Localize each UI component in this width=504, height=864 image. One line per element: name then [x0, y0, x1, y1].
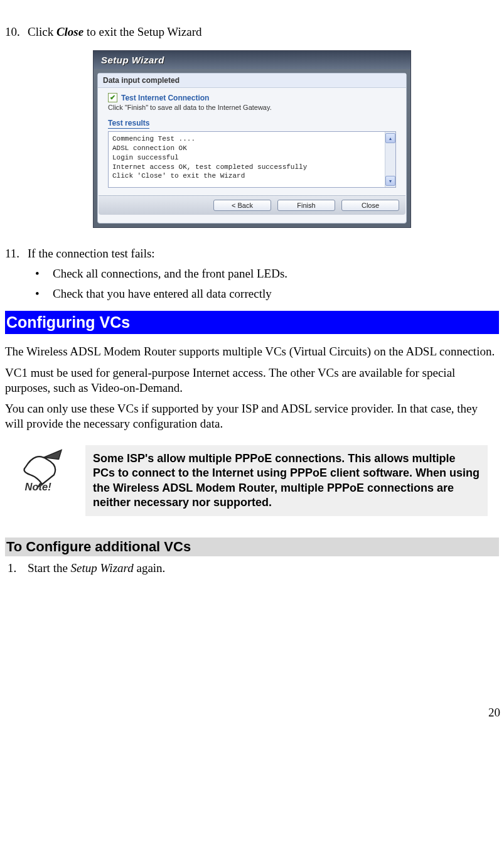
bullet-item: • Check all connections, and the front p… [35, 267, 499, 281]
note-row: Note! Some ISP's allow multiple PPPoE co… [5, 445, 499, 517]
step-number: 11. [5, 247, 28, 261]
step-number: 1. [8, 561, 28, 575]
step-text: If the connection test fails: [28, 247, 155, 261]
close-button[interactable]: Close [341, 200, 399, 211]
step-text: Click Close to exit the Setup Wizard [28, 25, 202, 39]
step-number: 10. [5, 25, 28, 39]
scroll-down-icon[interactable]: ▾ [385, 176, 395, 186]
bullet-item: • Check that you have entered all data c… [35, 287, 499, 301]
results-box: Commencing Test .... ADSL connection OK … [108, 131, 396, 188]
finish-button[interactable]: Finish [277, 200, 335, 211]
step-11: 11. If the connection test fails: [5, 247, 499, 261]
results-text: Commencing Test .... ADSL connection OK … [109, 132, 385, 187]
step-1: 1. Start the Setup Wizard again. [5, 561, 499, 575]
back-button[interactable]: < Back [213, 200, 271, 211]
svg-text:Note!: Note! [25, 481, 52, 492]
bullet-text: Check all connections, and the front pan… [53, 267, 287, 281]
step-text: Start the Setup Wizard again. [28, 561, 165, 575]
checkbox-icon[interactable]: ✔ [108, 93, 117, 102]
section-heading: Configuring VCs [5, 311, 499, 334]
step-10: 10. Click Close to exit the Setup Wizard [5, 25, 499, 39]
paragraph: VC1 must be used for general-purpose Int… [5, 365, 499, 396]
subsection-heading: To Configure additional VCs [5, 537, 499, 556]
checkbox-label: Test Internet Connection [121, 94, 209, 102]
page-number: 20 [0, 580, 504, 726]
scrollbar[interactable]: ▴ ▾ [385, 132, 395, 187]
scroll-up-icon[interactable]: ▴ [385, 133, 395, 143]
paragraph: You can only use these VCs if supported … [5, 401, 499, 431]
bullet-icon: • [35, 287, 53, 301]
note-icon: Note! [5, 445, 85, 517]
paragraph: The Wireless ADSL Modem Router supports … [5, 344, 499, 359]
note-text: Some ISP's allow multiple PPPoE connecti… [85, 445, 488, 517]
wizard-hint: Click "Finish" to save all data to the I… [108, 104, 396, 111]
wizard-screenshot: Setup Wizard Data input completed ✔ Test… [5, 50, 499, 228]
wizard-status: Data input completed [98, 73, 406, 88]
results-label: Test results [108, 119, 149, 129]
bullet-icon: • [35, 267, 53, 281]
wizard-title: Setup Wizard [94, 51, 410, 69]
bullet-text: Check that you have entered all data cor… [53, 287, 272, 301]
